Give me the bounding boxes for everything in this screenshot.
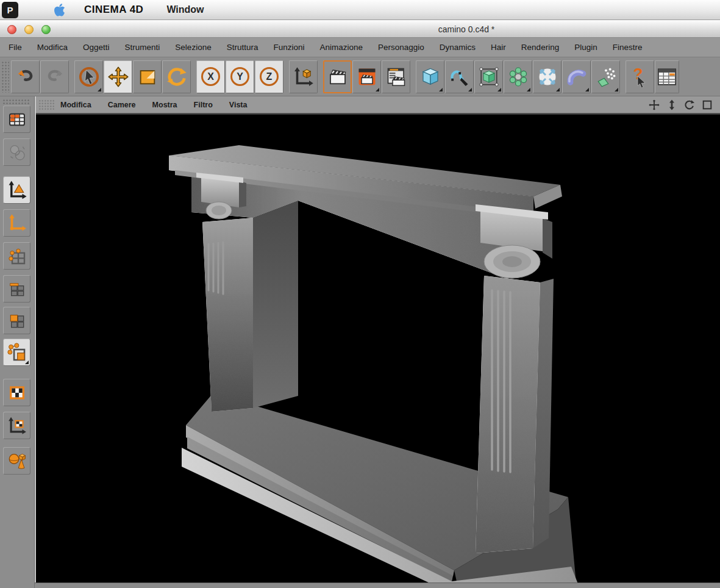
undo-button[interactable]	[11, 60, 40, 93]
vp-menu-filtro[interactable]: Filtro	[194, 101, 213, 109]
menu-plugin[interactable]: Plugin	[574, 43, 597, 52]
sidebar-separator	[35, 96, 36, 588]
element-selection-mode-button[interactable]	[3, 339, 30, 366]
menu-strumenti[interactable]: Strumenti	[125, 43, 160, 52]
model-mode-icon	[7, 143, 27, 162]
deformer-icon	[536, 66, 558, 88]
help-group: ?	[626, 60, 679, 93]
context-help-button[interactable]: ?	[626, 60, 654, 93]
os-menu-window[interactable]: Window	[166, 4, 204, 15]
create-object-group	[416, 60, 620, 93]
toolbar-drag-handle[interactable]	[1, 61, 9, 93]
menu-funzioni[interactable]: Funzioni	[273, 43, 304, 52]
menu-struttura[interactable]: Struttura	[227, 43, 258, 52]
texture-mode-icon	[7, 383, 27, 403]
viewport-rotate-control[interactable]	[683, 98, 696, 112]
z-axis-ring-icon: Z	[260, 67, 279, 86]
live-selection-button[interactable]	[74, 60, 103, 93]
menu-rendering[interactable]: Rendering	[521, 43, 559, 52]
window-title: camino 0.c4d *	[366, 24, 567, 34]
texture-mode-button[interactable]	[3, 379, 30, 406]
add-deformer-button[interactable]	[533, 60, 561, 93]
history-group	[11, 60, 69, 93]
layout-browser-button[interactable]	[655, 60, 679, 93]
lock-z-axis-button[interactable]: Z	[255, 60, 283, 93]
render-to-picture-viewer-button[interactable]	[352, 60, 381, 93]
window-bottom-edge	[35, 583, 720, 588]
sidebar-drag-handle[interactable]	[2, 99, 30, 104]
add-scene-object-button[interactable]	[562, 60, 591, 93]
render-group	[323, 60, 410, 93]
rotate-tool-button[interactable]	[162, 60, 191, 93]
add-spline-button[interactable]	[445, 60, 474, 93]
coordinate-group	[289, 60, 318, 93]
close-button[interactable]	[7, 25, 16, 34]
scale-icon	[137, 66, 158, 87]
render-view-button[interactable]	[323, 60, 352, 93]
axis-lock-group: X Y Z	[196, 60, 283, 93]
os-app-title[interactable]: CINEMA 4D	[84, 4, 143, 16]
texture-axis-mode-button[interactable]	[3, 412, 30, 439]
render-settings-button[interactable]	[382, 60, 410, 93]
vp-menu-modifica[interactable]: Modifica	[60, 101, 91, 109]
object-mode-icon	[7, 180, 27, 201]
vp-menu-camere[interactable]: Camere	[108, 101, 136, 109]
viewport-maximize-control[interactable]	[700, 98, 714, 112]
edges-mode-button[interactable]	[3, 275, 30, 303]
model-mode-button	[3, 138, 30, 166]
scale-tool-button[interactable]	[133, 60, 162, 93]
animation-mode-icon	[7, 451, 27, 471]
render-settings-icon	[385, 66, 407, 88]
menu-hair[interactable]: Hair	[491, 43, 506, 52]
coordinate-system-button[interactable]	[289, 60, 318, 93]
viewport-zoom-control[interactable]	[665, 98, 679, 112]
spreadsheet-icon	[657, 66, 677, 87]
object-mode-button[interactable]	[3, 176, 30, 204]
bend-deformer-icon	[566, 66, 588, 88]
axis-mode-button[interactable]	[3, 209, 30, 237]
particles-icon	[595, 66, 617, 88]
lock-y-axis-button[interactable]: Y	[226, 60, 254, 93]
menu-oggetti[interactable]: Oggetti	[83, 43, 110, 52]
edges-mode-icon	[7, 279, 27, 299]
coordinate-system-icon	[293, 66, 315, 88]
points-mode-button[interactable]	[3, 242, 30, 270]
render-view-icon	[327, 66, 349, 88]
render-picture-viewer-icon	[356, 66, 378, 88]
y-axis-ring-icon: Y	[230, 67, 249, 86]
apple-menu-icon[interactable]	[54, 2, 67, 17]
vp-menu-mostra[interactable]: Mostra	[152, 101, 177, 109]
menu-selezione[interactable]: Selezione	[175, 43, 211, 52]
lock-x-axis-button[interactable]: X	[196, 60, 225, 93]
make-editable-icon	[7, 110, 27, 129]
select-transform-group	[74, 60, 191, 93]
element-selection-icon	[7, 342, 27, 363]
polygons-mode-button[interactable]	[3, 307, 30, 334]
viewport-pan-control[interactable]	[647, 98, 661, 112]
menu-extra-badge[interactable]: P	[2, 2, 18, 18]
menu-finestre[interactable]: Finestre	[613, 43, 643, 52]
add-primitive-object-button[interactable]	[416, 60, 444, 93]
menu-modifica[interactable]: Modifica	[37, 43, 68, 52]
add-particle-emitter-button[interactable]	[591, 60, 620, 93]
window-titlebar[interactable]: camino 0.c4d *	[0, 20, 720, 38]
mode-sidebar	[0, 96, 35, 588]
make-editable-button[interactable]	[3, 106, 30, 133]
array-object-icon	[507, 66, 529, 88]
menu-file[interactable]: File	[9, 43, 22, 52]
viewport-menubar: Modifica Camere Mostra Filtro Vista	[36, 96, 720, 113]
menu-animazione[interactable]: Animazione	[319, 43, 363, 52]
animation-mode-button[interactable]	[3, 447, 30, 475]
add-hypernurbs-button[interactable]	[474, 60, 503, 93]
menu-personaggio[interactable]: Personaggio	[378, 43, 424, 52]
add-modeling-object-button[interactable]	[504, 60, 532, 93]
viewport-canvas[interactable]	[36, 113, 720, 583]
application-menubar: File Modifica Oggetti Strumenti Selezion…	[0, 38, 720, 57]
viewport-drag-handle[interactable]	[38, 99, 54, 110]
live-selection-icon	[78, 66, 100, 88]
menu-dynamics[interactable]: Dynamics	[440, 43, 476, 52]
minimize-button[interactable]	[24, 25, 34, 34]
zoom-button[interactable]	[41, 25, 51, 34]
move-tool-button[interactable]	[104, 60, 132, 93]
vp-menu-vista[interactable]: Vista	[229, 101, 248, 109]
